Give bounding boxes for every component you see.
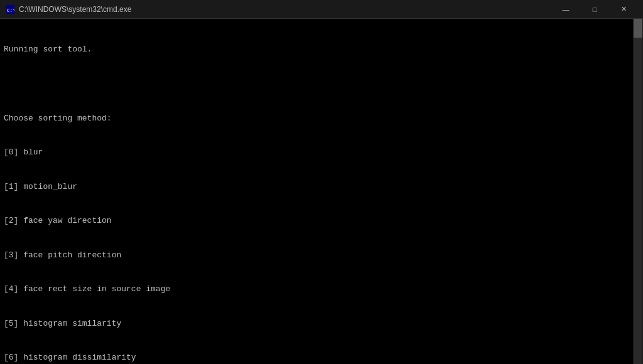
scrollbar-track[interactable] (634, 19, 642, 364)
console-line: [3] face pitch direction (4, 250, 629, 261)
minimize-button[interactable]: — (551, 0, 580, 19)
console-line: Choose sorting method: (4, 113, 629, 124)
console-output: Running sort tool. Choose sorting method… (4, 21, 639, 364)
console-area[interactable]: Running sort tool. Choose sorting method… (0, 19, 643, 364)
cmd-icon: C:\ (5, 4, 15, 14)
window-controls: — □ ✕ (551, 0, 638, 19)
svg-text:C:\: C:\ (7, 7, 14, 13)
close-button[interactable]: ✕ (609, 0, 638, 19)
scrollbar[interactable] (633, 19, 643, 364)
titlebar: C:\ C:\WINDOWS\system32\cmd.exe — □ ✕ (0, 0, 643, 19)
console-line: Running sort tool. (4, 44, 629, 55)
scrollbar-thumb[interactable] (634, 19, 642, 38)
console-line: [5] histogram similarity (4, 318, 629, 329)
console-line: [6] histogram dissimilarity (4, 352, 629, 363)
console-line: [2] face yaw direction (4, 215, 629, 227)
maximize-button[interactable]: □ (580, 0, 609, 19)
window-title: C:\WINDOWS\system32\cmd.exe (19, 5, 551, 14)
cmd-window: C:\ C:\WINDOWS\system32\cmd.exe — □ ✕ Ru… (0, 0, 643, 364)
console-line (4, 78, 629, 90)
console-line: [0] blur (4, 147, 629, 158)
console-line: [4] face rect size in source image (4, 284, 629, 295)
console-line: [1] motion_blur (4, 181, 629, 193)
